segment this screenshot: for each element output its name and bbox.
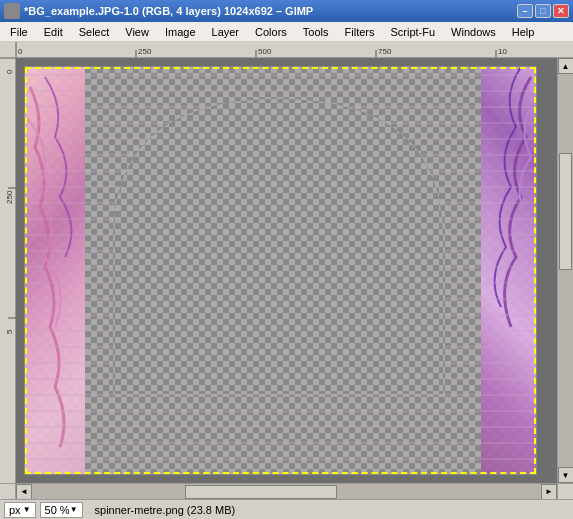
menu-tools[interactable]: Tools xyxy=(295,22,337,41)
unit-label: px xyxy=(9,504,21,516)
menu-file[interactable]: File xyxy=(2,22,36,41)
unit-selector[interactable]: px ▼ xyxy=(4,502,36,518)
zoom-label: 50 % xyxy=(45,504,70,516)
scrollbar-corner xyxy=(0,484,16,500)
menu-select[interactable]: Select xyxy=(71,22,118,41)
titlebar-title: *BG_example.JPG-1.0 (RGB, 4 layers) 1024… xyxy=(4,3,313,19)
ruler-h-marks: 0 250 500 750 10 xyxy=(16,42,573,57)
canvas-with-scroll: 0 250 500 750 10 xyxy=(0,42,573,499)
app-icon xyxy=(4,3,20,19)
window-title: *BG_example.JPG-1.0 (RGB, 4 layers) 1024… xyxy=(24,5,313,17)
minimize-button[interactable]: – xyxy=(517,4,533,18)
canvas-area[interactable] xyxy=(16,58,557,483)
ruler-vertical: 0 250 5 xyxy=(0,58,16,483)
titlebar: *BG_example.JPG-1.0 (RGB, 4 layers) 1024… xyxy=(0,0,573,22)
window-controls: – □ ✕ xyxy=(517,4,569,18)
svg-text:10: 10 xyxy=(498,47,507,56)
unit-dropdown-arrow[interactable]: ▼ xyxy=(23,505,31,514)
image-right-decoration xyxy=(481,67,536,474)
menu-script-fu[interactable]: Script-Fu xyxy=(382,22,443,41)
scrollbar-v-thumb[interactable] xyxy=(559,153,572,271)
scrollbar-h-track[interactable] xyxy=(32,484,541,500)
scrollbar-horizontal[interactable]: ◄ ► xyxy=(0,483,573,499)
menu-help[interactable]: Help xyxy=(504,22,543,41)
svg-text:250: 250 xyxy=(5,190,14,204)
statusbar: px ▼ 50 % ▼ spinner-metre.png (23.8 MB) xyxy=(0,499,573,519)
canvas-content xyxy=(24,66,537,475)
menu-image[interactable]: Image xyxy=(157,22,204,41)
scrollbar-h-thumb[interactable] xyxy=(185,485,338,499)
canvas-row: 0 250 5 xyxy=(0,58,573,483)
svg-text:5: 5 xyxy=(5,329,14,334)
scrollbar-left-button[interactable]: ◄ xyxy=(16,484,32,500)
scrollbar-up-button[interactable]: ▲ xyxy=(558,58,574,74)
menu-colors[interactable]: Colors xyxy=(247,22,295,41)
close-button[interactable]: ✕ xyxy=(553,4,569,18)
status-filename: spinner-metre.png (23.8 MB) xyxy=(95,504,236,516)
ruler-corner xyxy=(0,42,16,57)
menu-windows[interactable]: Windows xyxy=(443,22,504,41)
scrollbar-vertical[interactable]: ▲ ▼ xyxy=(557,58,573,483)
maximize-button[interactable]: □ xyxy=(535,4,551,18)
arch-transparent-area xyxy=(73,79,483,394)
menu-edit[interactable]: Edit xyxy=(36,22,71,41)
scrollbar-right-button[interactable]: ► xyxy=(541,484,557,500)
svg-text:750: 750 xyxy=(378,47,392,56)
menu-layer[interactable]: Layer xyxy=(204,22,248,41)
svg-text:500: 500 xyxy=(258,47,272,56)
main-area: 0 250 500 750 10 xyxy=(0,42,573,499)
menu-view[interactable]: View xyxy=(117,22,157,41)
menubar: File Edit Select View Image Layer Colors… xyxy=(0,22,573,42)
zoom-dropdown-arrow[interactable]: ▼ xyxy=(70,505,78,514)
scrollbar-down-button[interactable]: ▼ xyxy=(558,467,574,483)
svg-text:0: 0 xyxy=(18,47,23,56)
ruler-h-ticks: 0 250 500 750 10 xyxy=(16,42,573,57)
svg-text:250: 250 xyxy=(138,47,152,56)
scrollbar-v-track[interactable] xyxy=(558,74,573,467)
ruler-horizontal: 0 250 500 750 10 xyxy=(0,42,573,58)
svg-text:0: 0 xyxy=(5,69,14,74)
menu-filters[interactable]: Filters xyxy=(337,22,383,41)
zoom-selector[interactable]: 50 % ▼ xyxy=(40,502,83,518)
scrollbar-corner-br xyxy=(557,484,573,500)
